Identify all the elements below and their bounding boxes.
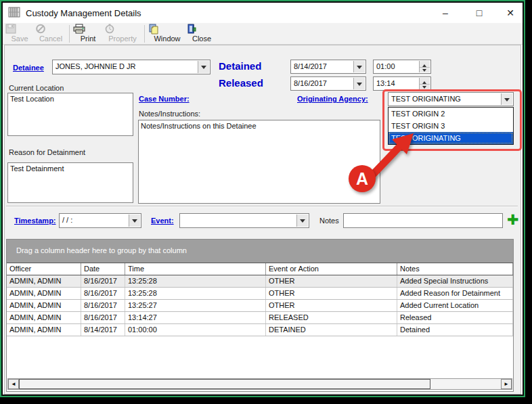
table-cell: RELEASED (266, 312, 397, 323)
column-header-event[interactable]: Event or Action (266, 263, 397, 275)
spin-down-icon[interactable] (420, 84, 430, 90)
spinner-buttons[interactable] (419, 61, 430, 72)
timestamp-label[interactable]: Timestamp: (14, 217, 56, 225)
dropdown-option[interactable]: TEST ORIGIN 3 (389, 120, 513, 132)
spin-down-icon[interactable] (420, 67, 430, 73)
table-cell: Added Reason for Detainment (397, 288, 513, 299)
window-title: Custody Management Details (26, 8, 141, 18)
detained-time-spinner[interactable]: 01:00 (373, 60, 431, 74)
chevron-down-icon[interactable] (198, 61, 209, 73)
table-cell: Released (397, 312, 513, 323)
entry-notes-label: Notes (319, 217, 339, 225)
cancel-slash-icon (35, 24, 66, 35)
current-location-label: Current Location (9, 84, 64, 92)
title-bar: Custody Management Details – □ ✕ (3, 3, 523, 23)
table-cell: Added Special Instructions (397, 275, 513, 287)
grid-body: ADMIN, ADMIN8/16/201713:25:28OTHERAdded … (7, 275, 513, 336)
table-cell: OTHER (266, 300, 397, 311)
maximize-button[interactable]: □ (466, 3, 493, 23)
released-label: Released (219, 77, 263, 89)
print-button[interactable]: Print (73, 24, 103, 43)
table-cell: ADMIN, ADMIN (7, 275, 81, 287)
chevron-down-icon[interactable] (129, 215, 140, 227)
table-cell: 13:14:27 (125, 312, 266, 323)
table-cell: ADMIN, ADMIN (7, 288, 81, 299)
detainee-value: JONES, JOHNNIE D JR (56, 62, 136, 70)
add-entry-plus-icon[interactable]: ✚ (507, 212, 519, 228)
table-cell: ADMIN, ADMIN (7, 312, 81, 323)
grid-header-row: Officer Date Time Event or Action Notes (7, 263, 513, 275)
toolbar: Save Cancel Print Property Window (3, 23, 523, 45)
toolbar-separator (69, 25, 70, 43)
minimize-button[interactable]: – (432, 3, 459, 23)
property-button[interactable]: Property (104, 24, 141, 43)
table-cell: OTHER (266, 275, 397, 287)
chevron-down-icon[interactable] (501, 93, 512, 105)
chevron-down-icon[interactable] (353, 78, 365, 89)
case-number-label[interactable]: Case Number: (139, 95, 190, 103)
notes-instructions-textarea[interactable]: Notes/Instructions on this Detainee (138, 120, 380, 204)
reason-textarea[interactable]: Test Detainment (7, 162, 133, 203)
originating-agency-combobox[interactable]: TEST ORIGINATING (388, 92, 514, 106)
scroll-right-icon[interactable]: ► (501, 379, 512, 389)
close-window-button[interactable]: ✕ (497, 3, 524, 23)
detainee-label[interactable]: Detainee (13, 64, 44, 72)
scroll-left-icon[interactable]: ◄ (8, 379, 19, 389)
column-header-notes[interactable]: Notes (397, 263, 513, 275)
detainee-combobox[interactable]: JONES, JOHNNIE D JR (52, 60, 210, 74)
scrollbar-thumb[interactable] (19, 379, 430, 389)
cancel-button[interactable]: Cancel (35, 24, 66, 43)
save-button[interactable]: Save (5, 24, 34, 43)
detained-date-picker[interactable]: 8/14/2017 (290, 60, 366, 74)
table-cell: 8/16/2017 (81, 312, 125, 323)
table-row[interactable]: ADMIN, ADMIN8/16/201713:25:27OTHERAdded … (7, 300, 513, 312)
table-cell: OTHER (266, 288, 397, 299)
column-header-officer[interactable]: Officer (7, 263, 81, 275)
app-window: Custody Management Details – □ ✕ Save Ca… (0, 0, 525, 397)
table-row[interactable]: ADMIN, ADMIN8/16/201713:25:28OTHERAdded … (7, 288, 513, 300)
spinner-buttons[interactable] (419, 78, 430, 89)
notes-instructions-label: Notes/Instructions: (139, 110, 200, 118)
table-row[interactable]: ADMIN, ADMIN8/16/201713:25:28OTHERAdded … (7, 275, 513, 288)
timestamp-combobox[interactable]: / / : (59, 213, 141, 228)
table-cell: 8/16/2017 (81, 288, 125, 299)
screenshot-canvas: Custody Management Details – □ ✕ Save Ca… (0, 0, 532, 404)
table-cell: ADMIN, ADMIN (7, 324, 81, 336)
entry-notes-input[interactable] (343, 213, 503, 228)
chevron-down-icon[interactable] (353, 61, 365, 72)
horizontal-scrollbar[interactable]: ◄ ► (7, 378, 512, 390)
table-row[interactable]: ADMIN, ADMIN8/14/201701:00:00DETAINEDDet… (7, 324, 513, 336)
table-cell: 01:00:00 (125, 324, 266, 336)
table-cell: 13:25:28 (125, 275, 266, 287)
originating-agency-label[interactable]: Originating Agency: (297, 95, 368, 103)
event-label[interactable]: Event: (151, 217, 174, 225)
table-cell: ADMIN, ADMIN (7, 300, 81, 311)
callout-letter-badge: A (349, 165, 376, 192)
printer-icon (73, 24, 103, 35)
event-combobox[interactable] (179, 213, 309, 228)
dropdown-option[interactable]: TEST ORIGIN 2 (389, 108, 513, 120)
group-by-band[interactable]: Drag a column header here to group by th… (7, 240, 513, 263)
jail-bars-icon (8, 7, 20, 18)
released-time-spinner[interactable]: 13:14 (373, 76, 431, 91)
table-row[interactable]: ADMIN, ADMIN8/16/201713:14:27RELEASEDRel… (7, 312, 513, 324)
pages-icon (149, 24, 185, 35)
door-icon (187, 24, 217, 35)
column-header-date[interactable]: Date (81, 263, 125, 275)
clock-icon (104, 24, 141, 35)
originating-agency-dropdown-list[interactable]: TEST ORIGIN 2TEST ORIGIN 3TEST ORIGINATI… (388, 107, 514, 145)
reason-label: Reason for Detainment (9, 148, 85, 156)
released-date-picker[interactable]: 8/16/2017 (290, 76, 366, 91)
dropdown-option[interactable]: TEST ORIGINATING (389, 132, 513, 144)
close-button[interactable]: Close (187, 24, 217, 43)
window-button[interactable]: Window (149, 24, 185, 43)
column-header-time[interactable]: Time (125, 263, 266, 275)
table-cell: Added Current Location (397, 300, 513, 311)
table-cell: 8/14/2017 (81, 324, 125, 336)
table-cell: 13:25:27 (125, 300, 266, 311)
table-cell: 8/16/2017 (81, 275, 125, 287)
table-cell: 13:25:28 (125, 288, 266, 299)
toolbar-separator (144, 25, 145, 43)
chevron-down-icon[interactable] (296, 215, 308, 227)
current-location-textarea[interactable]: Test Location (7, 93, 133, 136)
